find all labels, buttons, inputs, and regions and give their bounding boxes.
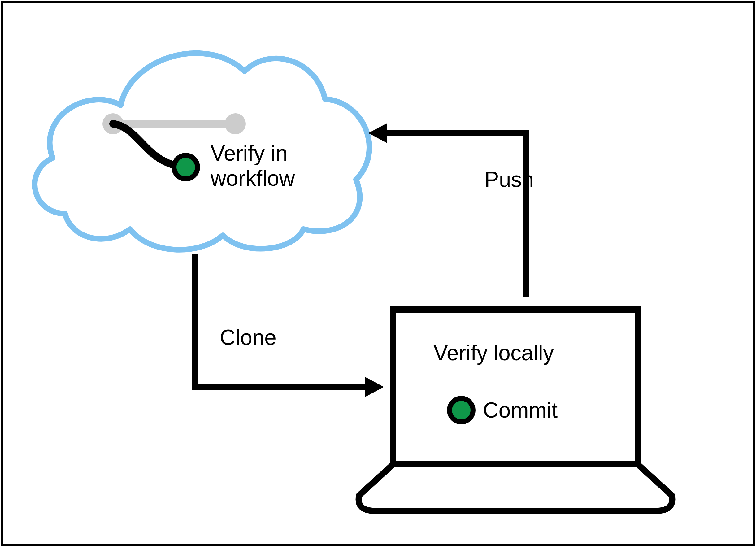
clone-label: Clone — [220, 325, 276, 350]
cloud-label: Verify in workflow — [211, 141, 295, 191]
diagram-canvas: Verify in workflow Clone Push Verify loc… — [0, 0, 756, 547]
laptop-top-label: Verify locally — [433, 341, 554, 366]
push-arrow-icon — [368, 123, 526, 297]
svg-rect-5 — [393, 310, 638, 464]
commit-dot-laptop-icon — [450, 398, 473, 422]
diagram-svg — [0, 0, 756, 547]
svg-point-2 — [225, 113, 246, 134]
push-label: Push — [484, 167, 534, 192]
cloud-icon — [35, 53, 369, 250]
laptop-bottom-label: Commit — [483, 398, 558, 423]
svg-marker-3 — [365, 377, 384, 397]
commit-dot-icon — [174, 155, 198, 179]
